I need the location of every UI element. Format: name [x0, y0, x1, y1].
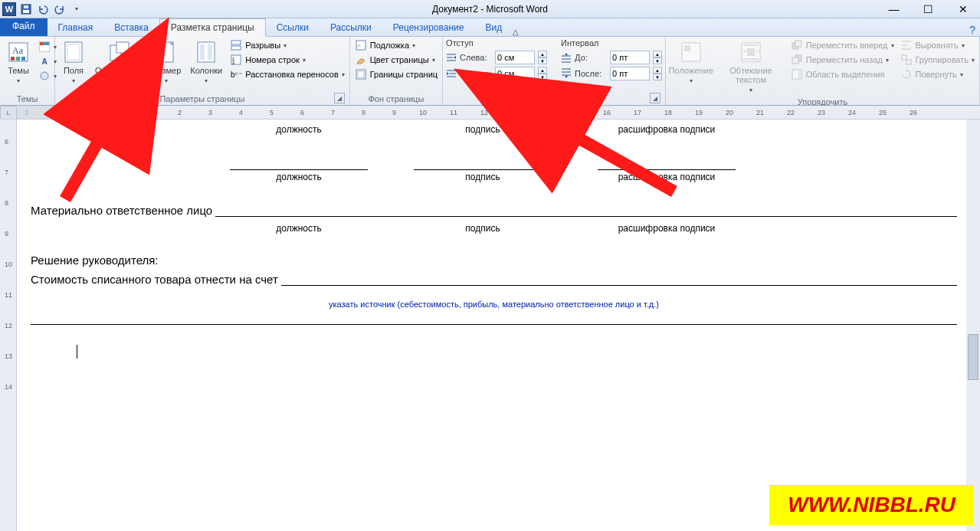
page-borders-icon — [356, 69, 366, 80]
wrap-text-button[interactable]: Обтекание текстом▾ — [716, 38, 785, 96]
indent-right-spinner[interactable]: ▲▼ — [538, 67, 547, 80]
page-borders-button[interactable]: Границы страниц — [353, 67, 439, 81]
fonts-icon: A — [41, 57, 47, 66]
size-label: Размер — [152, 66, 181, 75]
svg-text:5: 5 — [270, 109, 274, 116]
maximize-button[interactable]: ☐ — [911, 1, 946, 18]
svg-text:8: 8 — [362, 109, 365, 116]
undo-button[interactable] — [35, 2, 51, 17]
sig-signature-3: подпись — [414, 223, 552, 234]
columns-button[interactable]: Колонки▾ — [187, 38, 225, 87]
hyphenation-icon: bᶜ⁻ — [231, 70, 242, 79]
indent-left-spinner[interactable]: ▲▼ — [538, 51, 547, 64]
help-icon[interactable]: ? — [969, 24, 975, 36]
text-cursor — [77, 345, 77, 359]
orientation-button[interactable]: Ориентация▾ — [92, 38, 146, 87]
svg-text:4: 4 — [239, 109, 243, 116]
document-page: должность подпись расшифровка подписи до… — [31, 120, 957, 361]
ribbon-minimize-icon[interactable]: △ — [513, 28, 519, 36]
tab-insert[interactable]: Вставка — [103, 19, 159, 36]
indent-right-label: Справа: — [460, 69, 492, 78]
svg-text:9: 9 — [392, 109, 396, 116]
spacing-before-spinner[interactable]: ▲▼ — [653, 51, 662, 64]
vertical-ruler[interactable]: 6 7 8 9 10 11 12 13 14 — [0, 120, 17, 531]
themes-button[interactable]: Aa Темы▾ — [3, 38, 34, 87]
spacing-after-spinner[interactable]: ▲▼ — [653, 67, 662, 80]
vertical-scrollbar[interactable] — [966, 120, 980, 531]
decision-text: Решение руководителя: — [31, 254, 957, 267]
hyphenation-label: Расстановка переносов — [245, 70, 338, 79]
spacing-before-input[interactable] — [610, 51, 650, 64]
position-icon — [680, 41, 703, 64]
document-area[interactable]: 6 7 8 9 10 11 12 13 14 должность подпись… — [0, 120, 965, 531]
orientation-icon — [107, 41, 130, 64]
align-label: Выровнять — [916, 41, 959, 50]
svg-rect-71 — [17, 106, 116, 120]
line-numbers-button[interactable]: 12Номера строк ▾ — [228, 53, 346, 67]
watermark-badge: WWW.NIBBL.RU — [769, 485, 974, 525]
svg-text:22: 22 — [787, 109, 795, 116]
watermark-button[interactable]: AПодложка ▾ — [353, 38, 439, 52]
tab-page-layout[interactable]: Разметка страницы — [159, 18, 266, 37]
group-themes: Aa Темы▾ ▾ A▾ ▾ Темы — [0, 37, 55, 105]
indent-left-icon — [446, 52, 457, 63]
sig-signature-1: подпись — [414, 124, 552, 135]
group-page-setup: Поля▾ Ориентация▾ Размер▾ Колонки▾ Разры… — [55, 37, 350, 105]
spacing-after-input[interactable] — [610, 67, 650, 80]
horizontal-ruler[interactable]: L 32112345678910111213141516171819202122… — [0, 106, 980, 120]
redo-icon — [54, 4, 65, 15]
line-numbers-icon: 12 — [231, 54, 241, 65]
redo-button[interactable] — [52, 2, 67, 17]
tab-review[interactable]: Рецензирование — [382, 19, 475, 36]
svg-text:23: 23 — [818, 109, 825, 116]
indent-right-icon — [446, 68, 457, 79]
rotate-icon — [901, 69, 912, 80]
svg-text:24: 24 — [848, 109, 856, 116]
breaks-button[interactable]: Разрывы ▾ — [228, 38, 346, 52]
selection-pane-button[interactable]: Область выделения — [789, 67, 896, 81]
svg-text:6: 6 — [300, 109, 304, 116]
ruler-corner[interactable]: L — [0, 106, 17, 120]
minimize-button[interactable]: — — [877, 1, 911, 18]
svg-text:18: 18 — [664, 109, 672, 116]
svg-rect-35 — [795, 41, 801, 47]
tab-mailings[interactable]: Рассылки — [320, 19, 382, 36]
tab-file[interactable]: Файл — [0, 18, 48, 36]
align-button[interactable]: Выровнять ▾ — [899, 38, 977, 52]
svg-text:20: 20 — [726, 109, 733, 116]
svg-rect-39 — [798, 70, 801, 79]
selection-pane-icon — [792, 69, 802, 80]
qat-customize[interactable]: ▾ — [69, 2, 84, 17]
indent-left-input[interactable] — [495, 51, 535, 64]
send-backward-button[interactable]: Переместить назад ▾ — [789, 53, 896, 67]
bring-forward-button[interactable]: Переместить вперед ▾ — [789, 38, 896, 52]
rotate-button[interactable]: Повернуть ▾ — [899, 67, 977, 81]
app-icon[interactable]: W — [2, 2, 17, 17]
group-icon — [901, 54, 912, 65]
margins-button[interactable]: Поля▾ — [58, 38, 89, 87]
scrollbar-thumb[interactable] — [968, 334, 978, 380]
ribbon: Aa Темы▾ ▾ A▾ ▾ Темы Поля▾ Ориентация▾ — [0, 37, 980, 106]
group-paragraph-label: Абзац — [542, 94, 566, 103]
page-setup-launcher[interactable]: ◢ — [334, 93, 345, 103]
indent-right-input[interactable] — [495, 67, 535, 80]
group-button[interactable]: Группировать ▾ — [899, 53, 977, 67]
paragraph-launcher[interactable]: ◢ — [650, 93, 660, 103]
tab-references[interactable]: Ссылки — [266, 19, 320, 36]
hyphenation-button[interactable]: bᶜ⁻Расстановка переносов ▾ — [228, 67, 346, 81]
close-button[interactable]: ✕ — [946, 1, 980, 18]
size-button[interactable]: Размер▾ — [149, 38, 184, 87]
page-color-button[interactable]: Цвет страницы ▾ — [353, 53, 439, 67]
save-button[interactable] — [18, 2, 34, 17]
sig-decipher-1: расшифровка подписи — [598, 124, 736, 135]
undo-icon — [38, 4, 48, 15]
tab-view[interactable]: Вид — [474, 19, 513, 36]
svg-text:7: 7 — [331, 109, 335, 116]
svg-text:10: 10 — [419, 109, 427, 116]
position-button[interactable]: Положение▾ — [669, 38, 713, 87]
spacing-after-label: После: — [575, 69, 607, 78]
tab-home[interactable]: Главная — [48, 19, 104, 36]
svg-text:21: 21 — [756, 109, 764, 116]
svg-point-12 — [41, 72, 48, 80]
svg-rect-19 — [200, 44, 205, 60]
